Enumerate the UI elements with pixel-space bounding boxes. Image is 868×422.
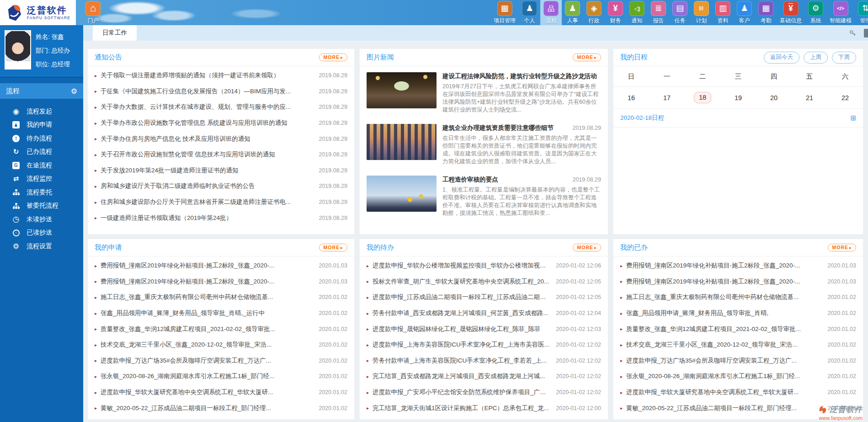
nav-label: 门户 (88, 17, 99, 25)
list-item[interactable]: 张鑫_用品领用申请_账簿_财务用品_领导审批_肖晴,2020.01.02 (620, 305, 856, 321)
list-item[interactable]: 进度款申报_华软大厦研究基地中央空调系统工程_华软大厦研...2020.01.0… (620, 385, 856, 401)
calendar-date-selected[interactable]: 18 (685, 87, 720, 108)
list-item[interactable]: 劳务付款申请_西安成都路龙湖上河城项目_何芷茵_西安成都路...2020-01-… (367, 305, 601, 321)
list-item[interactable]: 住房和城乡建设部办公厅关于同意吉林省开展二级建造师注册证书电...2019.08… (95, 194, 347, 210)
list-item[interactable]: 进度款申报_上海市美容医院ICU手术室净化工程_上海市美容医...2020-01… (367, 337, 601, 353)
sidebar-item-read-cc[interactable]: ↑ 已读抄送 (0, 226, 83, 240)
key-icon[interactable] (849, 29, 857, 37)
calendar-date[interactable]: 17 (649, 87, 685, 108)
list-item[interactable]: 关于举办大数据、云计算技术在城市建设、规划、管理与服务中的应...2019.08… (95, 99, 347, 115)
list-item[interactable]: 进度款申报_华软办公楼增加视频监控项目_华软办公楼增加视频...2020-01-… (367, 258, 601, 274)
list-item[interactable]: 房和城乡建设厅关于取消二级建造师临时执业证书的公告2019.08.29 (95, 178, 347, 194)
nav-item-customers[interactable]: 客户 (734, 0, 755, 26)
list-item[interactable]: 技术交底_龙湖三千里小区_张鑫_2020-12-02_领导审批_宋浩...202… (95, 337, 347, 353)
list-item[interactable]: 费用报销_潼南区2019年绿化补贴项目-施工2标段_张鑫_2020-...202… (620, 274, 856, 290)
nav-item-docs[interactable]: 资料 (712, 0, 734, 26)
add-schedule-icon[interactable] (850, 114, 856, 122)
gear-icon[interactable] (71, 87, 77, 96)
schedule-header-row: 2020-02-18日程 (613, 109, 863, 128)
calendar-date[interactable]: 20 (756, 87, 792, 108)
list-item[interactable]: 关于举办住房与房地产信息化 技术及应用培训班的通知2019.08.29 (95, 131, 347, 147)
sidebar-item-flow-monitor[interactable]: 流程监控 (0, 172, 83, 186)
news-item[interactable]: 建设工程法律风险防范，建筑行业转型升级之路沙龙活动 2019年7月27日下午，土… (360, 66, 608, 118)
list-item[interactable]: 费用报销_潼南区2019年绿化补贴项目-施工2标段_张鑫_2020-...202… (95, 274, 347, 290)
panel-edge-icon[interactable] (864, 29, 868, 37)
news-item[interactable]: 建筑企业办理建筑资质需要注意哪些细节2019.08.29 在日常生活中，很多人都… (360, 118, 608, 170)
sidebar-section-header[interactable]: 流程 (0, 83, 83, 99)
list-item[interactable]: 张永银_2020-08-26_湖南洞庭湖水库引水工程施工1标_部门经...202… (620, 369, 856, 385)
list-item[interactable]: 劳务付款申请_上海市美容医院ICU手术室净化工程_李若若_上...2020-01… (367, 353, 601, 369)
nav-item-plan[interactable]: 计划 (691, 0, 712, 26)
sidebar-item-done-flows[interactable]: 已办流程 (0, 145, 83, 159)
list-item[interactable]: 张永银_2020-08-26_湖南洞庭湖水库引水工程施工1标_部门经...202… (95, 369, 347, 385)
calendar-date[interactable]: 22 (827, 87, 863, 108)
tab-daily-work[interactable]: 日常工作 (93, 25, 137, 41)
list-item[interactable]: 投标文件审查_胡广生_华软大厦研究基地中央空调系统工程_20...2020-01… (367, 274, 601, 290)
list-item[interactable]: 技术交底_龙湖三千里小区_张鑫_2020-12-02_领导审批_宋浩...202… (620, 337, 856, 353)
panel-todos-header: 我的待办 MORE (360, 239, 608, 256)
nav-item-base-info[interactable]: 基础信息 (777, 0, 805, 26)
calendar-date[interactable]: 19 (720, 87, 756, 108)
nav-item-workflow[interactable]: 流程 (540, 0, 562, 26)
more-button[interactable]: MORE (828, 244, 856, 251)
list-item[interactable]: 关于举办市政公用设施数字化管理信息 系统建设与应用培训班的通知2019.08.2… (95, 115, 347, 131)
sidebar-item-pending-flows[interactable]: ! 待办流程 (0, 132, 83, 145)
nav-item-attendance[interactable]: 考勤 (755, 0, 777, 26)
list-item[interactable]: 进度款申报_广安邓小平纪念馆安全防范系统维护保养项目_广安...2020-01-… (367, 385, 601, 401)
sidebar-item-flow-delegate[interactable]: 流程委托 (0, 186, 83, 199)
nav-item-finance[interactable]: 财务 (605, 0, 626, 26)
nav-item-hr[interactable]: 人事 (562, 0, 583, 26)
more-button[interactable]: MORE (319, 53, 347, 61)
footer-url[interactable]: www.fanpusoft.com (819, 415, 863, 421)
nav-item-task[interactable]: 任务 (669, 0, 691, 26)
list-item[interactable]: 进度款申报_江苏成品油二期项目一标段工程_江苏成品油二期项...2020-01-… (367, 289, 601, 305)
news-item[interactable]: 工程造价审核的要点2019.08.29 1、核准工程量。工程量是编制决算最基本的… (360, 170, 608, 221)
nav-item-system[interactable]: 系统 (805, 0, 826, 26)
nav-item-manage[interactable]: 管理 (855, 0, 868, 26)
tab-bar: 日常工作 (83, 25, 868, 41)
calendar-date[interactable]: 16 (613, 87, 649, 108)
list-item[interactable]: 张鑫_用品领用申请_账簿_财务用品_领导审批_肖晴,_运行中2020.01.02 (95, 305, 347, 321)
sidebar-item-unread-cc[interactable]: 未读抄送 (0, 213, 83, 226)
list-item[interactable]: 施工日志_张鑫_重庆太极制药有限公司亳州中药材仓储物流基...2020.01.0… (95, 289, 347, 305)
bullet-icon (95, 390, 97, 395)
list-item[interactable]: 施工日志_张鑫_重庆太极制药有限公司亳州中药材仓储物流基...2020.01.0… (620, 289, 856, 305)
panel-title: 我的待办 (367, 243, 394, 252)
more-button[interactable]: MORE (573, 244, 601, 251)
nav-item-project[interactable]: 项目管理 (490, 0, 519, 26)
nav-item-notice[interactable]: 通知 (626, 0, 648, 26)
sidebar-item-my-applications[interactable]: ♟ 我的申请 (0, 118, 83, 132)
sidebar-item-flow-settings[interactable]: 流程设置 (0, 240, 83, 253)
back-to-today-button[interactable]: 返回今天 (764, 52, 799, 64)
nav-item-admin[interactable]: 行政 (583, 0, 605, 26)
list-item[interactable]: 关于召开市政公用设施智慧化管理 信息技术与应用培训班的通知2019.08.29 (95, 147, 347, 163)
sidebar-item-start-flow[interactable]: 流程发起 (0, 105, 83, 118)
list-item[interactable]: 关于领取一级注册建造师增项贴的通知（须持一建证书前来领取）2019.08.29 (95, 68, 347, 84)
sidebar-item-delegated-flows[interactable]: 被委托流程 (0, 199, 83, 213)
nav-item-modeling[interactable]: 智能建模 (826, 0, 855, 26)
more-button[interactable]: MORE (319, 244, 347, 251)
nav-item-report[interactable]: 报告 (648, 0, 669, 26)
list-item[interactable]: 费用报销_潼南区2019年绿化补贴项目-施工2标段_张鑫_2020-...202… (95, 258, 347, 274)
list-item[interactable]: 于征集《中国建筑施工行业信息化发展报告（2014）—BIM应用与发...2019… (95, 84, 347, 100)
list-item[interactable]: 质量整改_张鑫_华润12城房建工程项目_2021-02-02_领导审批...20… (95, 321, 347, 337)
list-item[interactable]: 黄敏_2020-05-22_江苏成品油二期项目一标段工程_部门经理...2020… (95, 400, 347, 416)
list-item[interactable]: 费用报销_潼南区2019年绿化补贴项目-施工2标段_张鑫_2020-...202… (620, 258, 856, 274)
list-item[interactable]: 进度款申报_万达广场35#会所及咖啡厅空调安装工程_万达广...2020.01.… (95, 353, 347, 369)
list-item[interactable]: 进度款申报_晟铭园林绿化工程_晟铭园林绿化工程_陈菲_陈菲2020-01-02 … (367, 321, 601, 337)
list-item[interactable]: 进度款申报_万达广场35#会所及咖啡厅空调安装工程_万达广...2020.01.… (620, 353, 856, 369)
panel-calendar: 我的日程 返回今天 上周 下周 日 一 二 三 四 五 六 16 17 18 1… (613, 49, 863, 234)
prev-week-button[interactable]: 上周 (804, 52, 828, 64)
nav-item-portal[interactable]: 门户 (82, 0, 104, 26)
list-item[interactable]: 关于发放2019年第24批一级建造师注册证书的通知2019.08.29 (95, 163, 347, 179)
list-item[interactable]: 完工结算_西安成都路龙湖上河城项目_西安成都路龙湖上河城...2020-01-0… (367, 369, 601, 385)
more-button[interactable]: MORE (573, 53, 601, 61)
list-item[interactable]: 进度款申报_华软大厦研究基地中央空调系统工程_华软大厦研...2020.01.0… (95, 385, 347, 401)
calendar-date[interactable]: 21 (792, 87, 827, 108)
list-item[interactable]: 质量整改_张鑫_华润12城房建工程项目_2021-02-02_领导审批...20… (620, 321, 856, 337)
list-item[interactable]: 一级建造师注册证书领取通知（2019年第24批）2019.08.29 (95, 210, 347, 226)
list-item[interactable]: 完工结算_龙湖天街城1区设计采购施工（EPC）总承包工程_龙...2020-01… (367, 400, 601, 416)
next-week-button[interactable]: 下周 (832, 52, 856, 64)
sidebar-item-in-transit-flows[interactable]: G 在途流程 (0, 159, 83, 172)
nav-item-personal[interactable]: 个人 (519, 0, 540, 26)
